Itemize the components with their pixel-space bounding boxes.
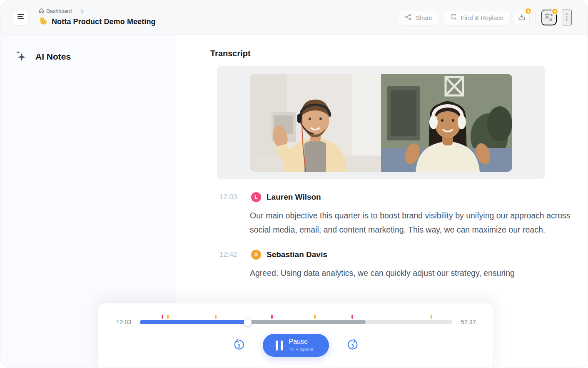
page-title: Notta Product Demo Meeting [52, 18, 156, 26]
playhead-handle[interactable] [244, 318, 252, 326]
skip-forward-number: 3 [351, 343, 354, 348]
sparkles-icon [15, 50, 26, 63]
timeline-marker[interactable] [162, 315, 163, 319]
pause-shortcut: ⌥ + Space [289, 347, 314, 352]
skip-back-button[interactable]: 3 [233, 339, 245, 352]
entry-timestamp[interactable]: 12:42 [219, 250, 251, 259]
video-thumbnail [250, 74, 512, 172]
svg-text:A: A [549, 17, 553, 22]
breadcrumb: Dashboard [39, 8, 156, 15]
transcript-entry: 12:03 L Lauren Wilson Our main objective… [250, 192, 588, 237]
premium-lightning-badge [551, 8, 558, 15]
audio-player-bar: 12:03 52:37 3 Pause ⌥ + [97, 303, 494, 368]
pause-button[interactable]: Pause ⌥ + Space [263, 334, 329, 357]
share-label: Share [416, 14, 432, 21]
ai-notes-heading: AI Notes [35, 52, 71, 62]
transcript-entry: 12:42 S Sebastian Davis Agreed. Using da… [250, 250, 588, 280]
speaker-avatar: S [251, 250, 261, 260]
timeline-progress-fill [140, 320, 248, 324]
title-block: Dashboard Notta Product Demo Meeting [39, 8, 156, 27]
transcript-text[interactable]: Our main objective this quarter is to bo… [250, 208, 580, 237]
find-replace-button[interactable]: Find & Replace [443, 10, 511, 25]
chevron-right-icon [81, 9, 84, 14]
transcript-text[interactable]: Agreed. Using data analytics, we can qui… [250, 266, 580, 280]
notta-app-window: Dashboard Notta Product Demo Meeting [0, 0, 588, 368]
timeline-marker[interactable] [215, 315, 217, 319]
find-replace-label: Find & Replace [461, 14, 503, 21]
share-button[interactable]: Share [398, 10, 439, 25]
speaker-avatar: L [251, 192, 261, 202]
download-icon [518, 13, 526, 22]
topbar-actions: Share Find & Replace [398, 10, 572, 25]
timeline-marker[interactable] [271, 315, 273, 319]
pause-label: Pause [289, 338, 308, 345]
video-preview-card [217, 66, 545, 179]
premium-lightning-badge [525, 8, 532, 15]
topbar: Dashboard Notta Product Demo Meeting [0, 0, 588, 35]
timeline-marker[interactable] [314, 315, 316, 319]
skip-forward-button[interactable]: 3 [346, 339, 359, 352]
breadcrumb-label: Dashboard [46, 8, 72, 14]
translate-button[interactable]: A [541, 10, 557, 25]
timeline-marker[interactable] [167, 315, 169, 319]
home-icon [39, 8, 44, 15]
share-icon [405, 13, 412, 22]
toolbar-divider [535, 13, 536, 23]
more-options-button[interactable] [562, 10, 572, 25]
export-download-button[interactable] [514, 10, 530, 25]
timeline-marker[interactable] [431, 315, 432, 319]
flexed-biceps-emoji [39, 16, 48, 27]
speaker-name[interactable]: Sebastian Davis [267, 250, 327, 259]
skip-back-number: 3 [237, 343, 240, 348]
total-time-label: 52:37 [461, 319, 476, 325]
kebab-icon [566, 13, 568, 22]
transcript-heading: Transcript [210, 49, 588, 58]
entry-timestamp[interactable]: 12:03 [219, 193, 251, 201]
current-time-label: 12:03 [116, 319, 131, 325]
breadcrumb-dashboard-link[interactable]: Dashboard [39, 8, 72, 15]
hamburger-icon [17, 14, 24, 21]
hamburger-menu-button[interactable] [13, 10, 29, 25]
timeline-track[interactable] [140, 320, 452, 324]
pause-icon [276, 340, 283, 350]
find-replace-icon [450, 13, 457, 22]
timeline-marker[interactable] [351, 315, 353, 319]
speaker-name[interactable]: Lauren Wilson [267, 193, 321, 202]
